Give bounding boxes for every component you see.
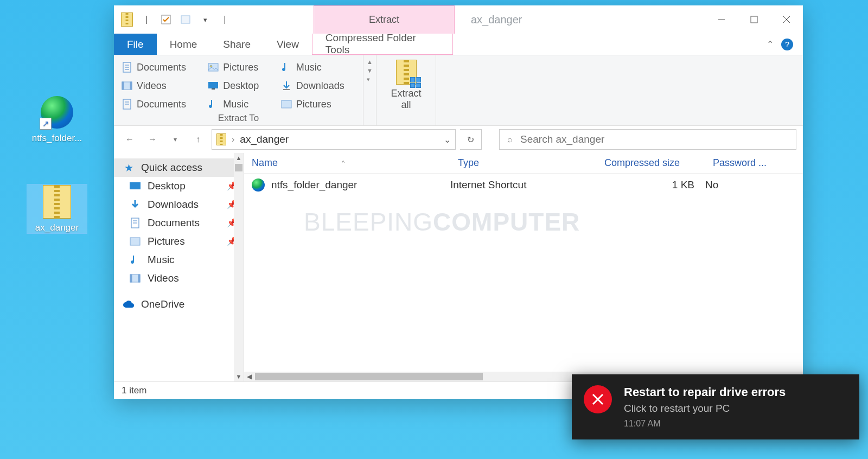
minimize-button[interactable] (705, 5, 738, 34)
qat-customize-icon[interactable]: ▾ (197, 12, 213, 27)
col-compressed[interactable]: Compressed size (597, 157, 705, 169)
svg-rect-28 (130, 275, 132, 282)
svg-rect-29 (138, 275, 140, 282)
ribbon-extract-all[interactable]: Extract all (376, 55, 436, 125)
ribbon-item-music2[interactable]: Music (206, 95, 272, 113)
ribbon-item-videos[interactable]: Videos (119, 77, 199, 94)
navigation-bar: ← → ▾ ↑ › ax_danger ⌄ ↻ ⌕ (114, 126, 803, 153)
nav-forward-button[interactable]: → (143, 130, 162, 149)
tab-home[interactable]: Home (157, 34, 210, 55)
address-dropdown-icon[interactable]: ⌄ (444, 135, 451, 145)
qat-sep2: | (217, 12, 232, 27)
svg-rect-15 (208, 82, 218, 88)
ribbon-item-documents2[interactable]: Documents (119, 95, 199, 113)
content-pane: Name^ Type Compressed size Password ... … (244, 153, 803, 381)
window-buttons (705, 5, 803, 34)
titlebar: | ▾ | Extract ax_danger (114, 5, 803, 34)
svg-rect-16 (212, 88, 215, 90)
ribbon-item-pictures[interactable]: Pictures (206, 59, 272, 76)
notification-toast[interactable]: Restart to repair drive errors Click to … (572, 374, 859, 439)
col-password[interactable]: Password ... (705, 157, 803, 169)
sidebar-item-downloads[interactable]: Downloads📌 (114, 195, 244, 214)
qat-properties-icon[interactable] (158, 12, 174, 27)
tab-file[interactable]: File (114, 34, 157, 55)
svg-rect-22 (130, 182, 141, 189)
navigation-pane: ★Quick access Desktop📌 Downloads📌 Docume… (114, 153, 244, 381)
ribbon-collapse-icon[interactable]: ⌃ (767, 39, 774, 49)
breadcrumb[interactable]: ax_danger (240, 133, 289, 145)
svg-rect-10 (208, 63, 218, 71)
desktop-icon-shortcut[interactable]: ↗ ntfs_folder... (27, 95, 87, 144)
watermark: BLEEPINGCOMPUTER (304, 207, 580, 237)
maximize-button[interactable] (738, 5, 770, 34)
col-name[interactable]: Name^ (244, 157, 450, 169)
ribbon-item-downloads[interactable]: Downloads (279, 77, 358, 94)
search-input[interactable] (520, 133, 788, 145)
ribbon-gallery-spinner[interactable]: ▲▼▾ (365, 59, 375, 83)
nav-history-button[interactable]: ▾ (166, 130, 184, 149)
ribbon-item-pictures2[interactable]: Pictures (279, 95, 358, 113)
qat-newfolder-icon[interactable] (178, 12, 193, 27)
nav-up-button[interactable]: ↑ (189, 130, 207, 149)
sidebar-item-music[interactable]: Music (114, 251, 244, 269)
column-headers: Name^ Type Compressed size Password ... (244, 153, 803, 174)
file-compressed: 1 KB (597, 179, 705, 191)
tab-view[interactable]: View (264, 34, 312, 55)
globe-icon: ↗ (40, 95, 74, 130)
search-icon: ⌕ (507, 135, 513, 144)
status-count: 1 item (122, 385, 146, 396)
quick-access-toolbar: | ▾ | (114, 5, 238, 34)
ribbon-item-music[interactable]: Music (279, 59, 358, 76)
file-name: ntfs_folder_danger (271, 179, 357, 191)
file-type: Internet Shortcut (450, 179, 597, 191)
sidebar-onedrive[interactable]: OneDrive (114, 295, 244, 314)
help-icon[interactable]: ? (781, 39, 793, 50)
sidebar-quick-access[interactable]: ★Quick access (114, 158, 244, 177)
desktop-icon-zip[interactable]: ax_danger (27, 184, 87, 233)
window-title: ax_danger (455, 5, 705, 34)
refresh-button[interactable]: ↻ (460, 129, 482, 150)
ribbon-item-desktop[interactable]: Desktop (206, 77, 272, 94)
close-button[interactable] (770, 5, 803, 34)
internet-shortcut-icon (252, 178, 265, 192)
zip-icon (40, 184, 74, 219)
ribbon-item-documents[interactable]: Documents (119, 59, 199, 76)
svg-rect-3 (751, 16, 757, 23)
svg-point-11 (210, 65, 212, 67)
sidebar-item-pictures[interactable]: Pictures📌 (114, 232, 244, 251)
file-password: No (705, 179, 803, 191)
qat-app-icon[interactable] (119, 12, 135, 27)
tab-share[interactable]: Share (210, 34, 264, 55)
qat-sep: | (139, 12, 154, 27)
nav-scrollbar[interactable]: ▲ ▼ (234, 153, 244, 381)
nav-back-button[interactable]: ← (120, 130, 139, 149)
toast-time: 11:07 AM (624, 419, 786, 429)
ribbon: Documents Pictures Music Videos Desktop … (114, 55, 803, 126)
sidebar-item-videos[interactable]: Videos (114, 269, 244, 288)
search-box[interactable]: ⌕ (499, 129, 796, 150)
svg-rect-13 (122, 82, 124, 90)
address-icon (216, 133, 226, 145)
toast-title: Restart to repair drive errors (624, 385, 786, 399)
tab-compressed-tools[interactable]: Compressed Folder Tools (312, 34, 453, 55)
sidebar-item-documents[interactable]: Documents📌 (114, 214, 244, 232)
svg-rect-21 (282, 100, 291, 108)
col-type[interactable]: Type (450, 157, 597, 169)
address-bar[interactable]: › ax_danger ⌄ (212, 129, 456, 150)
desktop-icon-label: ax_danger (27, 222, 87, 233)
toast-subtitle: Click to restart your PC (624, 403, 786, 415)
svg-rect-1 (181, 16, 190, 23)
ribbon-group-caption: Extract To (119, 113, 358, 124)
contextual-tab[interactable]: Extract (314, 5, 455, 34)
sidebar-item-desktop[interactable]: Desktop📌 (114, 177, 244, 195)
svg-rect-14 (130, 82, 132, 90)
list-item[interactable]: ntfs_folder_danger Internet Shortcut 1 K… (244, 174, 803, 196)
ribbon-tabs: File Home Share View Compressed Folder T… (114, 34, 803, 55)
desktop-icon-label: ntfs_folder... (27, 133, 87, 144)
svg-rect-26 (130, 238, 140, 245)
error-icon (584, 385, 612, 413)
explorer-window: | ▾ | Extract ax_danger File Home Share … (114, 5, 803, 399)
